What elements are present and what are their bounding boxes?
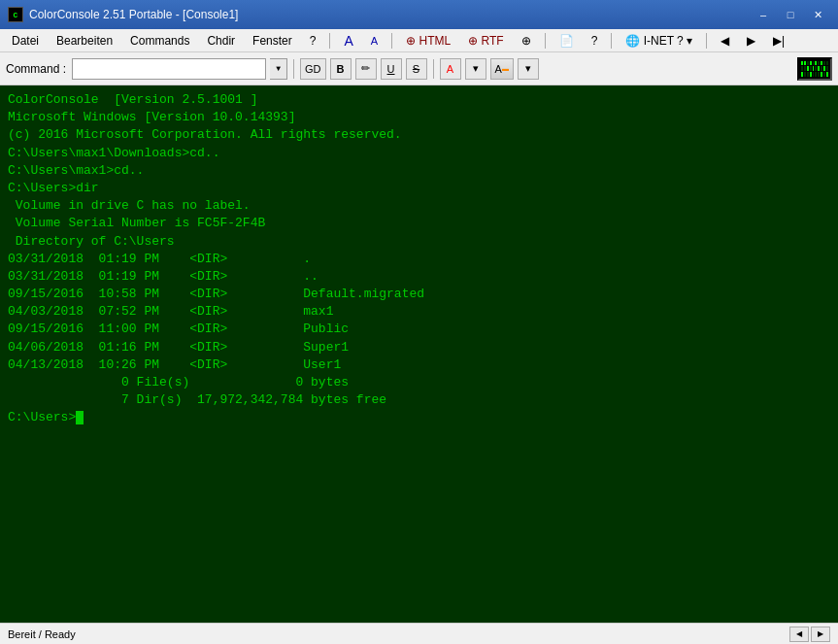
rtf-export-icon[interactable]: ⊕ RTF	[460, 32, 511, 50]
toolbar: Command : ▼ GD B ✏ U S A ▾ A▬ ▾	[0, 52, 838, 85]
menubar-divider3	[545, 33, 546, 49]
statusbar: Bereit / Ready ◀ ▶	[0, 623, 838, 644]
command-dropdown-button[interactable]: ▼	[270, 58, 287, 80]
menubar-divider5	[706, 33, 707, 49]
close-button[interactable]: ✕	[805, 5, 830, 24]
terminal-line: 0 File(s) 0 bytes	[8, 374, 830, 391]
font-color-button[interactable]: A	[440, 58, 461, 80]
statusbar-btn2[interactable]: ▶	[811, 627, 830, 642]
terminal-line: C:\Users\max1>cd..	[8, 162, 830, 180]
bold-button[interactable]: B	[330, 58, 352, 80]
strikethrough-button[interactable]: S	[406, 58, 427, 80]
maximize-button[interactable]: □	[778, 5, 803, 24]
menu-datei[interactable]: Datei	[4, 32, 47, 50]
toolbar-extra3[interactable]: ▶|	[765, 32, 792, 50]
status-text: Bereit / Ready	[8, 628, 76, 640]
minimize-button[interactable]: –	[751, 5, 776, 24]
underline-button[interactable]: U	[381, 58, 402, 80]
terminal-line: 04/06/2018 01:16 PM <DIR> Super1	[8, 339, 830, 356]
color-picker-icon[interactable]: ⊕	[514, 32, 539, 50]
toolbar-extra1[interactable]: ◀	[713, 32, 737, 50]
gd-button[interactable]: GD	[300, 58, 326, 80]
bg-color-dropdown[interactable]: ▾	[518, 58, 539, 80]
terminal-line: Directory of C:\Users	[8, 233, 830, 251]
app-icon: C	[8, 7, 23, 22]
statusbar-right: ◀ ▶	[789, 627, 830, 642]
terminal-line: 09/15/2016 10:58 PM <DIR> Default.migrat…	[8, 286, 830, 303]
font-larger-icon[interactable]: A	[336, 31, 360, 51]
font-color-dropdown[interactable]: ▾	[465, 58, 486, 80]
terminal-line: 03/31/2018 01:19 PM <DIR> ..	[8, 268, 830, 286]
menu-help[interactable]: ?	[302, 32, 324, 50]
titlebar-controls: – □ ✕	[751, 5, 830, 24]
terminal-line: 03/31/2018 01:19 PM <DIR> .	[8, 251, 830, 268]
menubar: Datei Bearbeiten Commands Chdir Fenster …	[0, 29, 838, 52]
terminal-line: C:\Users>dir	[8, 180, 830, 197]
terminal-cursor	[76, 411, 84, 424]
terminal-line: Volume Serial Number is FC5F-2F4B	[8, 215, 830, 232]
menubar-divider2	[391, 33, 392, 49]
terminal[interactable]: ColorConsole [Version 2.5.1001 ]Microsof…	[0, 85, 838, 623]
toolbar-separator-1	[293, 59, 294, 79]
terminal-line: C:\Users>	[8, 409, 830, 426]
terminal-line: Microsoft Windows [Version 10.0.14393]	[8, 109, 830, 126]
window-title: ColorConsole 2.51 Portable - [Console1]	[29, 8, 238, 21]
terminal-line: C:\Users\max1\Downloads>cd..	[8, 145, 830, 162]
command-input[interactable]	[72, 58, 266, 80]
terminal-line: 09/15/2016 11:00 PM <DIR> Public	[8, 321, 830, 338]
bg-color-button[interactable]: A▬	[490, 58, 514, 80]
titlebar-left: C ColorConsole 2.51 Portable - [Console1…	[8, 7, 238, 22]
html-export-icon[interactable]: ⊕ HTML	[398, 32, 458, 50]
font-smaller-icon[interactable]: A	[363, 33, 385, 49]
pencil-button[interactable]: ✏	[355, 58, 377, 80]
command-label: Command :	[6, 62, 66, 76]
menubar-divider4	[611, 33, 612, 49]
terminal-line: ColorConsole [Version 2.5.1001 ]	[8, 91, 830, 109]
terminal-line: 04/13/2018 10:26 PM <DIR> User1	[8, 356, 830, 374]
menu-fenster[interactable]: Fenster	[245, 32, 300, 50]
terminal-line: 04/03/2018 07:52 PM <DIR> max1	[8, 303, 830, 321]
terminal-line: (c) 2016 Microsoft Corporation. All righ…	[8, 126, 830, 144]
new-page-icon[interactable]: 📄	[552, 32, 582, 50]
terminal-line: Volume in drive C has no label.	[8, 197, 830, 215]
toolbar-right	[797, 57, 832, 81]
menu-chdir[interactable]: Chdir	[199, 32, 243, 50]
statusbar-btn1[interactable]: ◀	[789, 627, 809, 642]
titlebar: C ColorConsole 2.51 Portable - [Console1…	[0, 0, 838, 29]
help-icon[interactable]: ?	[584, 32, 606, 50]
console-preview-icon	[797, 57, 832, 81]
menubar-divider	[329, 33, 330, 49]
menu-bearbeiten[interactable]: Bearbeiten	[49, 32, 120, 50]
toolbar-separator-2	[433, 59, 434, 79]
toolbar-extra2[interactable]: ▶	[739, 32, 763, 50]
inet-menu[interactable]: 🌐 I-NET ? ▾	[618, 32, 700, 50]
menu-commands[interactable]: Commands	[122, 32, 197, 50]
terminal-line: 7 Dir(s) 17,972,342,784 bytes free	[8, 391, 830, 409]
